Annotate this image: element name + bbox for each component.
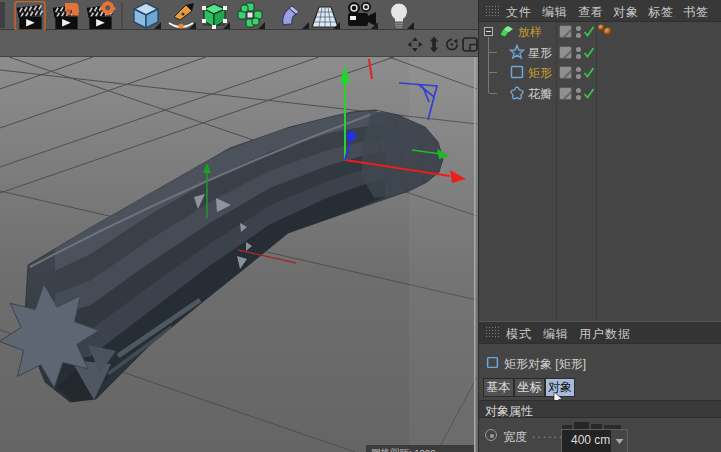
svg-text:网格间距: 1000: 网格间距: 1000	[371, 447, 435, 452]
